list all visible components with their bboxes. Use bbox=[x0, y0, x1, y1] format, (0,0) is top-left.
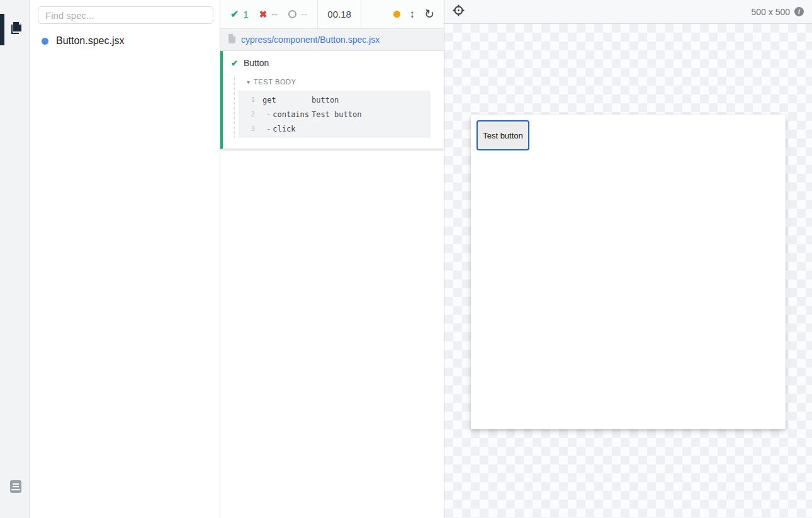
specs-nav-button[interactable] bbox=[6, 20, 25, 38]
info-icon[interactable]: i bbox=[794, 7, 804, 16]
command-row[interactable]: 2 - contains Test button bbox=[239, 107, 431, 121]
spec-list-item[interactable]: Button.spec.jsx bbox=[30, 24, 220, 47]
stat-failed: ✖ -- bbox=[259, 9, 278, 20]
aut-header: 500 x 500 i bbox=[444, 0, 812, 24]
hook-section: ▾ TEST BODY 1 get button 2 - bbox=[234, 76, 444, 138]
command-message: button bbox=[312, 96, 339, 104]
crosshair-icon bbox=[453, 4, 465, 19]
debug-dot-icon[interactable] bbox=[393, 11, 400, 18]
reporter-panel: ✔ 1 ✖ -- -- 00.18 ↕ ↻ bbox=[220, 0, 444, 518]
stat-pending: -- bbox=[288, 9, 307, 20]
pending-count: -- bbox=[301, 9, 307, 20]
selector-playground-button[interactable] bbox=[453, 4, 465, 19]
active-nav-indicator bbox=[0, 14, 4, 45]
logs-icon bbox=[8, 478, 23, 497]
test-stats: ✔ 1 ✖ -- -- bbox=[220, 0, 317, 28]
spec-item-label: Button.spec.jsx bbox=[56, 35, 125, 47]
auto-scroll-icon[interactable]: ↕ bbox=[410, 9, 415, 20]
command-row[interactable]: 1 get button bbox=[239, 93, 431, 107]
failed-count: -- bbox=[271, 9, 278, 20]
spec-list-panel: Button.spec.jsx bbox=[30, 0, 220, 518]
test-duration: 00.18 bbox=[317, 0, 361, 28]
nav-sidebar bbox=[0, 0, 30, 518]
child-command-dash: - bbox=[266, 110, 271, 119]
command-message: Test button bbox=[312, 110, 361, 119]
aut-viewport: Test button bbox=[471, 115, 786, 429]
failed-x-icon: ✖ bbox=[259, 9, 268, 20]
aut-background: Test button bbox=[444, 24, 812, 518]
hook-label: TEST BODY bbox=[254, 78, 296, 86]
passed-count: 1 bbox=[243, 9, 248, 20]
command-method: - contains bbox=[262, 110, 312, 119]
cypress-app: Button.spec.jsx ✔ 1 ✖ -- -- 00.18 bbox=[0, 0, 812, 518]
restart-tests-icon[interactable]: ↻ bbox=[424, 8, 436, 21]
command-name: click bbox=[273, 125, 295, 133]
command-row[interactable]: 3 - click bbox=[239, 121, 431, 136]
command-name: get bbox=[262, 96, 276, 104]
spec-search-input[interactable] bbox=[38, 6, 213, 24]
logs-nav-button[interactable] bbox=[6, 478, 25, 497]
child-command-dash: - bbox=[266, 125, 271, 133]
caret-down-icon: ▾ bbox=[247, 79, 250, 86]
viewport-size: 500 x 500 i bbox=[752, 7, 804, 17]
command-method: get bbox=[262, 96, 312, 104]
duration-value: 00.18 bbox=[327, 9, 351, 20]
command-number: 3 bbox=[239, 125, 255, 133]
hook-header[interactable]: ▾ TEST BODY bbox=[239, 76, 444, 91]
test-passed-check-icon: ✔ bbox=[231, 59, 238, 68]
stacked-files-icon bbox=[8, 20, 24, 38]
reporter-controls: ↕ ↻ bbox=[393, 0, 444, 28]
command-method: - click bbox=[262, 125, 312, 133]
command-number: 1 bbox=[239, 96, 255, 104]
spec-path-row: cypress/component/Button.spec.jsx bbox=[220, 29, 444, 51]
aut-panel: 500 x 500 i Test button bbox=[444, 0, 812, 518]
command-name: contains bbox=[273, 110, 309, 119]
stat-passed: ✔ 1 bbox=[230, 8, 249, 20]
command-log: 1 get button 2 - contains Test button bbox=[239, 91, 431, 138]
pending-circle-icon bbox=[288, 10, 296, 18]
viewport-size-label: 500 x 500 bbox=[752, 7, 791, 17]
test-runnable-block: ✔ Button ▾ TEST BODY 1 get button bbox=[220, 51, 444, 149]
passed-check-icon: ✔ bbox=[230, 8, 239, 20]
test-title-row[interactable]: ✔ Button bbox=[223, 57, 444, 70]
spec-path-link[interactable]: cypress/component/Button.spec.jsx bbox=[241, 35, 380, 45]
test-name: Button bbox=[244, 58, 269, 68]
spec-status-dot bbox=[42, 38, 48, 45]
test-button[interactable]: Test button bbox=[476, 120, 529, 150]
command-number: 2 bbox=[239, 110, 255, 118]
reporter-header: ✔ 1 ✖ -- -- 00.18 ↕ ↻ bbox=[220, 0, 444, 29]
file-document-icon bbox=[228, 34, 236, 46]
